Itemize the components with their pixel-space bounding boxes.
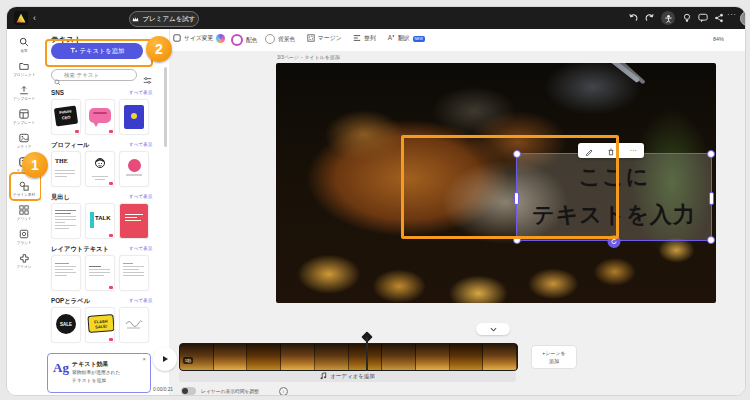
timeline-frame[interactable] (483, 344, 517, 370)
template-card[interactable] (119, 99, 149, 135)
template-card[interactable] (119, 307, 149, 343)
selection-handle[interactable] (707, 236, 715, 244)
margin-button[interactable]: マージン (307, 34, 342, 43)
grid-icon (19, 205, 29, 215)
rail-item-media[interactable]: メディア (7, 129, 41, 153)
premium-button[interactable]: プレミアムを試す (129, 11, 199, 27)
addons-icon (19, 253, 29, 263)
timeline-frame[interactable] (247, 344, 281, 370)
resize-label: サイズ変更 (184, 34, 213, 43)
premium-button-label: プレミアムを試す (142, 15, 195, 24)
template-card[interactable]: THE (51, 151, 81, 187)
crown-icon (132, 16, 139, 23)
selection-handle[interactable] (707, 150, 715, 158)
color-scheme-button[interactable]: 配色 (231, 34, 258, 46)
template-card[interactable] (85, 151, 115, 187)
info-icon[interactable]: i (279, 387, 288, 396)
resize-button[interactable]: サイズ変更 (173, 34, 225, 43)
time-display: 0:00/0:21 (153, 387, 173, 392)
timeline-frame[interactable] (281, 344, 315, 370)
layout-show-all-link[interactable]: すべて表示 (129, 246, 152, 251)
template-card[interactable] (51, 255, 81, 291)
section-headline: 見出し (51, 193, 70, 202)
top-bar: ‹ プレミアムを試す ··· (7, 7, 745, 29)
comment-icon[interactable] (697, 12, 709, 24)
timeline-filmstrip[interactable] (179, 343, 518, 371)
template-card[interactable] (119, 255, 149, 291)
timeline-frame[interactable] (450, 344, 484, 370)
timeline-frame[interactable] (214, 344, 248, 370)
add-scene-button[interactable]: +シーンを 追加 (531, 345, 577, 369)
resize-icon (173, 34, 181, 43)
current-theme-swatch (216, 34, 225, 43)
layer-toggle-label: レイヤーの表示時間を調整 (201, 388, 259, 394)
template-card[interactable]: TALK (85, 203, 115, 239)
section-sns: SNS (51, 89, 64, 96)
svg-text:A: A (388, 34, 393, 41)
avatar[interactable] (740, 11, 746, 26)
translate-button[interactable]: A 翻訳 NEW (387, 34, 425, 43)
media-icon (19, 133, 29, 143)
text-effects-promo[interactable]: Ag テキスト効果 装飾効果が適用された テキストを追加 × (47, 353, 151, 393)
document-toolbar: サイズ変更 配色 背景色 マージン 整列 A 翻訳 NEW 84% (169, 29, 745, 52)
template-card[interactable]: SALE (51, 307, 81, 343)
add-audio-button[interactable]: オーディオを追加 (179, 371, 516, 382)
adobe-express-logo-icon[interactable] (14, 11, 28, 29)
play-button[interactable] (153, 347, 177, 371)
selection-side-handle[interactable] (709, 192, 714, 205)
template-card[interactable] (119, 151, 149, 187)
rail-item-addons[interactable]: アドオン (7, 249, 41, 273)
timeline-frame[interactable] (382, 344, 416, 370)
rail-item-upload[interactable]: アップロード (7, 81, 41, 105)
lightbulb-icon[interactable] (681, 12, 693, 24)
align-button[interactable]: 整列 (353, 34, 376, 43)
headline-show-all-link[interactable]: すべて表示 (129, 194, 152, 199)
zoom-level[interactable]: 84% (713, 36, 724, 42)
profile-show-all-link[interactable]: すべて表示 (129, 142, 152, 147)
more-options-icon[interactable]: ··· (727, 10, 737, 19)
redo-icon[interactable] (644, 12, 656, 24)
section-layout-text: レイアウトテキスト (51, 245, 109, 254)
clip-duration-badge: 5秒 (183, 357, 193, 364)
template-card[interactable]: FLASH SALE! (85, 307, 115, 343)
tongs-decor (598, 63, 645, 85)
rail-item-brand[interactable]: ブランド (7, 225, 41, 249)
timeline-frame[interactable] (416, 344, 450, 370)
layer-visibility-toggle[interactable] (181, 387, 196, 395)
app-window: ‹ プレミアムを試す ··· サイズ変更 配色 背景色 マージン (6, 6, 746, 396)
step2-callout-box (45, 39, 153, 67)
template-card[interactable] (119, 203, 149, 239)
rail-item-search[interactable]: 検索 (7, 33, 41, 57)
pop-show-all-link[interactable]: すべて表示 (129, 298, 152, 303)
collapse-timeline-button[interactable] (476, 323, 510, 335)
accessibility-icon[interactable] (661, 11, 675, 25)
search-field-icon (54, 72, 61, 90)
brand-icon (19, 229, 29, 239)
back-chevron-icon[interactable]: ‹ (33, 7, 36, 29)
timeline-frame[interactable] (315, 344, 349, 370)
layer-more-icon[interactable]: ··· (630, 149, 637, 153)
template-card[interactable] (85, 255, 115, 291)
step2-badge: 2 (146, 36, 172, 62)
section-pop-labels: POPとラベル (51, 297, 90, 306)
share-icon[interactable] (713, 12, 725, 24)
upload-icon (19, 85, 29, 95)
promo-close-icon[interactable]: × (142, 356, 146, 362)
translate-label: 翻訳 (398, 34, 410, 43)
background-color-icon (265, 34, 275, 44)
rail-item-templates[interactable]: テンプレート (7, 105, 41, 129)
template-icon (19, 109, 29, 119)
template-card[interactable] (51, 203, 81, 239)
background-color-button[interactable]: 背景色 (265, 34, 295, 44)
panel-scrollbar[interactable] (164, 67, 167, 147)
search-input[interactable] (51, 69, 137, 81)
rail-item-projects[interactable]: プロジェクト (7, 57, 41, 81)
filter-icon[interactable] (143, 71, 152, 89)
music-note-icon (320, 372, 327, 381)
sns-show-all-link[interactable]: すべて表示 (129, 90, 152, 95)
undo-icon[interactable] (627, 12, 639, 24)
folder-icon (19, 61, 29, 71)
rail-item-grid[interactable]: グリッド (7, 201, 41, 225)
template-card[interactable]: Future CEO (51, 99, 81, 135)
template-card[interactable] (85, 99, 115, 135)
